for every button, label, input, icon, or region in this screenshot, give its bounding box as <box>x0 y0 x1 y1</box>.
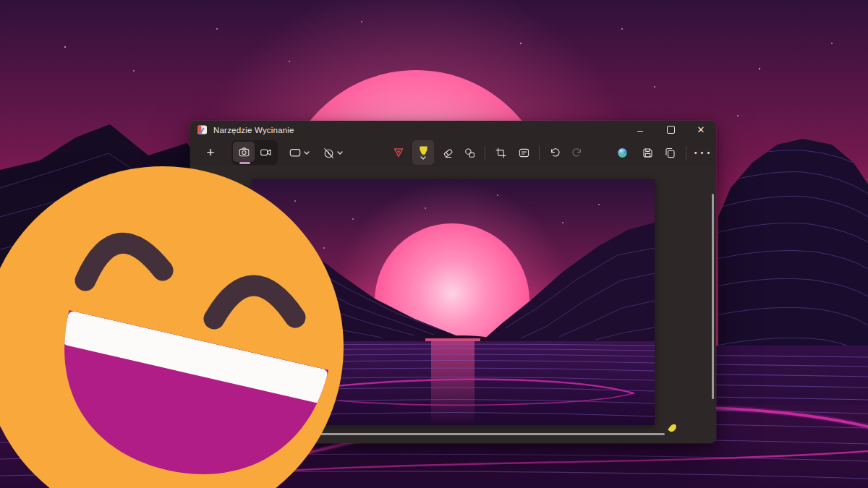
visual-search-button[interactable] <box>613 142 631 163</box>
snip-shape-dropdown[interactable] <box>285 142 313 163</box>
toolbar-separator <box>686 146 686 160</box>
delay-dropdown[interactable] <box>319 142 346 163</box>
selected-mode-underline <box>239 162 250 164</box>
vertical-scrollbar[interactable] <box>712 194 714 399</box>
toolbar: + <box>190 139 716 166</box>
screenshot-mode-button[interactable] <box>233 142 255 162</box>
redo-button[interactable] <box>567 142 586 163</box>
chevron-down-icon <box>337 151 343 155</box>
chevron-down-icon <box>420 156 426 160</box>
visual-search-globe-icon <box>616 147 629 159</box>
close-button[interactable]: ✕ <box>686 121 716 139</box>
redo-icon <box>571 147 583 159</box>
more-options-button[interactable]: • • • <box>693 142 712 163</box>
ballpoint-pen-button[interactable] <box>389 142 408 163</box>
toolbar-separator <box>485 146 485 160</box>
new-snip-button[interactable]: + <box>200 142 221 163</box>
undo-button[interactable] <box>545 142 564 163</box>
snipping-tool-app-icon <box>197 124 208 135</box>
camera-icon <box>238 146 250 158</box>
ballpoint-pen-icon <box>393 147 404 158</box>
capture-mode-group <box>231 140 278 165</box>
crop-icon <box>495 147 507 159</box>
toolbar-separator <box>539 146 540 160</box>
text-actions-button[interactable] <box>514 142 533 163</box>
shapes-icon <box>464 147 476 159</box>
text-actions-icon <box>518 147 530 159</box>
record-mode-button[interactable] <box>255 142 276 162</box>
copy-icon <box>664 147 676 159</box>
laughing-emoji <box>0 165 350 488</box>
highlighter-icon <box>418 145 429 155</box>
crop-button[interactable] <box>491 142 510 163</box>
highlighter-mark <box>668 423 678 433</box>
rectangle-snip-icon <box>289 147 302 158</box>
chevron-down-icon <box>304 151 310 155</box>
window-title: Narzędzie Wycinanie <box>213 126 294 134</box>
maximize-button[interactable] <box>655 121 686 139</box>
copy-button[interactable] <box>660 142 679 163</box>
save-icon <box>642 147 654 159</box>
highlighter-button[interactable] <box>412 140 434 165</box>
video-camera-icon <box>260 146 272 158</box>
eraser-button[interactable] <box>438 142 457 163</box>
minimize-button[interactable]: – <box>625 121 655 140</box>
eraser-icon <box>442 147 454 159</box>
timer-off-icon <box>323 147 335 159</box>
shapes-button[interactable] <box>460 142 479 163</box>
maximize-icon <box>667 126 675 134</box>
undo-icon <box>549 147 561 159</box>
save-button[interactable] <box>638 142 657 163</box>
titlebar[interactable]: Narzędzie Wycinanie – ✕ <box>190 121 716 139</box>
